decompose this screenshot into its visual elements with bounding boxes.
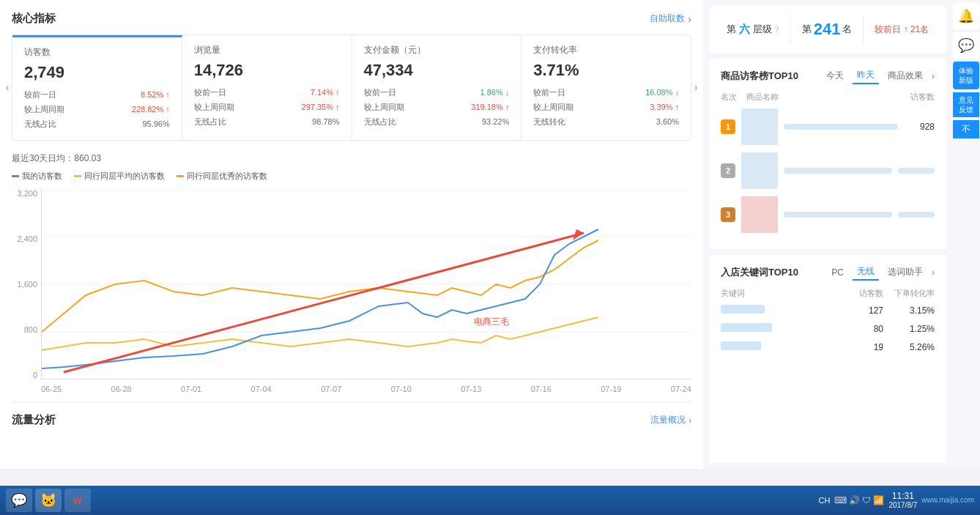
kw-visits-1: 127 — [847, 305, 883, 316]
time-display: 11:31 — [888, 491, 917, 501]
metrics-next-arrow[interactable]: › — [688, 34, 703, 141]
metric-label-1: 浏览量 — [194, 44, 340, 56]
line-chart: 电商三毛 — [41, 189, 691, 379]
x-axis-label: 07-19 — [601, 385, 621, 393]
x-axis-label: 07-10 — [391, 385, 412, 393]
keyword-row-3: 19 5.26% — [721, 341, 935, 352]
product-row-2: 2 — [721, 152, 935, 189]
kw-tag-2 — [721, 323, 847, 334]
metric-compares-0: 较前一日 8.52% ↑ 较上周同期 228.82% ↑ 无线占比 95.96% — [24, 88, 170, 131]
col-kw-header: 关键词 — [721, 288, 847, 299]
tab-today[interactable]: 今天 — [822, 68, 848, 84]
rank-badge-3: 3 — [721, 207, 735, 222]
col-rank-header: 名次 — [721, 92, 746, 103]
tab-kw-pc[interactable]: PC — [827, 266, 848, 279]
chart-legend: 我的访客数同行同层平均的访客数同行同层优秀的访客数 — [12, 171, 691, 182]
metric-item-2: 支付金额（元） 47,334 较前一日 1.86% ↓ 较上周同期 319.18… — [352, 35, 522, 140]
kw-visits-3: 19 — [847, 342, 883, 352]
metric-label-2: 支付金额（元） — [364, 44, 510, 56]
experience-new-btn[interactable]: 体验新版 — [953, 62, 979, 89]
taskbar-wechat[interactable]: 💬 — [6, 489, 32, 512]
x-axis-label: 07-01 — [181, 385, 201, 393]
x-axis-label: 07-24 — [671, 385, 691, 393]
tab-kw-wireless[interactable]: 无线 — [853, 264, 879, 281]
x-axis-label: 06-28 — [111, 385, 132, 393]
metric-item-1: 浏览量 14,726 较前一日 7.14% ↑ 较上周同期 297.35% ↑ … — [182, 35, 352, 140]
x-axis-label: 06-25 — [41, 385, 62, 393]
y-axis-labels: 3,2002,4001,6008000 — [12, 189, 37, 379]
taskbar: 💬 🐱 W CH ⌨ 🔊 🛡 📶 11:31 2017/8/7 www.maij… — [0, 486, 980, 515]
traffic-section: 流量分析 流量概况 › — [12, 402, 691, 427]
chart-wrapper: 3,2002,4001,6008000 — [41, 189, 691, 382]
product-row-3: 3 — [721, 196, 935, 233]
taskbar-wps[interactable]: W — [64, 489, 91, 512]
metric-compares-2: 较前一日 1.86% ↓ 较上周同期 319.18% ↑ 无线占比 93.22% — [364, 86, 510, 129]
date-display: 2017/8/7 — [888, 501, 917, 510]
col-kv-header: 访客数 — [847, 288, 883, 299]
traffic-title: 流量分析 — [12, 413, 56, 427]
metric-compares-1: 较前一日 7.14% ↑ 较上周同期 297.35% ↑ 无线占比 98.78% — [194, 86, 340, 129]
notification-icon-btn[interactable]: 🔔 — [953, 3, 979, 29]
col-name-header: 商品名称 — [746, 92, 898, 103]
y-axis-label: 800 — [12, 325, 37, 334]
rank-value: 241 — [814, 20, 841, 39]
metric-value-1: 14,726 — [194, 61, 340, 80]
kw-conv-1: 3.15% — [883, 305, 935, 316]
col-conv-header: 下单转化率 — [883, 288, 935, 299]
rank-change: 较前日 ↑ 21名 — [875, 23, 929, 36]
x-axis-labels: 06-2506-2807-0107-0407-0707-1007-1307-16… — [41, 385, 691, 393]
site-label: www.maijia.com — [921, 496, 974, 504]
tab-yesterday[interactable]: 昨天 — [853, 67, 879, 84]
chat-icon-btn[interactable]: 💬 — [953, 32, 979, 59]
metric-label-0: 访客数 — [24, 46, 170, 59]
metric-value-2: 47,334 — [364, 61, 510, 80]
tab-effect[interactable]: 商品效果 — [883, 68, 927, 84]
product-name-blur-2 — [784, 168, 892, 174]
level-display: 第 六 层级 ? — [727, 23, 779, 37]
metric-item-0: 访客数 2,749 较前一日 8.52% ↑ 较上周同期 228.82% ↑ 无… — [12, 35, 182, 140]
metrics-row: ‹ 访客数 2,749 较前一日 8.52% ↑ 较上周同期 228.82% ↑… — [12, 34, 691, 141]
product-image-3 — [741, 196, 778, 233]
legend-item-2: 同行同层优秀的访客数 — [177, 171, 267, 182]
level-question[interactable]: ? — [775, 25, 779, 34]
kw-conv-2: 1.25% — [883, 324, 935, 334]
top10-products-card: 商品访客榜TOP10 今天 昨天 商品效果 › 名次 商品名称 访客数 1 92… — [709, 59, 946, 249]
rank-badge-2: 2 — [721, 163, 735, 178]
svg-line-4 — [64, 233, 584, 372]
right-sidebar: 🔔 💬 体验新版 意见反馈 不 — [952, 0, 980, 469]
product-image-2 — [741, 152, 778, 189]
y-axis-label: 1,600 — [12, 280, 37, 289]
product-visits-blur-3 — [898, 212, 935, 218]
feedback-btn[interactable]: 意见反馈 — [953, 92, 979, 117]
metric-value-0: 2,749 — [24, 63, 170, 82]
metric-compares-3: 较前一日 16.08% ↓ 较上周同期 3.39% ↑ 无线转化 3.60% — [533, 86, 679, 129]
chart-section: 最近30天日均：860.03 我的访客数同行同层平均的访客数同行同层优秀的访客数… — [12, 152, 691, 393]
metrics-prev-arrow[interactable]: ‹ — [0, 34, 15, 141]
keywords-arrow[interactable]: › — [932, 267, 935, 278]
top10-arrow[interactable]: › — [932, 71, 935, 81]
kw-conv-3: 5.26% — [883, 342, 935, 352]
taskbar-tray: CH ⌨ 🔊 🛡 📶 11:31 2017/8/7 www.maijia.com — [818, 491, 974, 510]
collapse-btn[interactable]: 不 — [953, 120, 979, 138]
kw-tag-3 — [721, 341, 847, 352]
traffic-link[interactable]: 流量概况 › — [650, 414, 691, 426]
tab-kw-helper[interactable]: 选词助手 — [883, 264, 927, 280]
product-visits-1: 928 — [898, 122, 935, 132]
svg-text:电商三毛: 电商三毛 — [474, 316, 509, 327]
tray-ch: CH — [818, 496, 830, 505]
kw-visits-2: 80 — [847, 324, 883, 334]
metric-item-3: 支付转化率 3.71% 较前一日 16.08% ↓ 较上周同期 3.39% ↑ … — [521, 35, 691, 140]
product-name-blur-1 — [784, 124, 898, 130]
x-axis-label: 07-16 — [531, 385, 552, 393]
self-service-link[interactable]: 自助取数 › — [650, 12, 691, 25]
core-metrics-header: 核心指标 自助取数 › — [12, 12, 691, 26]
top10-title: 商品访客榜TOP10 — [721, 70, 817, 83]
level-char: 六 — [739, 23, 750, 37]
y-axis-label: 3,200 — [12, 189, 37, 198]
rank-suffix: 名 — [842, 23, 852, 36]
x-axis-label: 07-04 — [251, 385, 272, 393]
taskbar-photo[interactable]: 🐱 — [35, 489, 62, 512]
x-axis-label: 07-07 — [321, 385, 341, 393]
chart-avg-label: 最近30天日均：860.03 — [12, 152, 691, 165]
clock-display: 11:31 2017/8/7 — [888, 491, 917, 510]
